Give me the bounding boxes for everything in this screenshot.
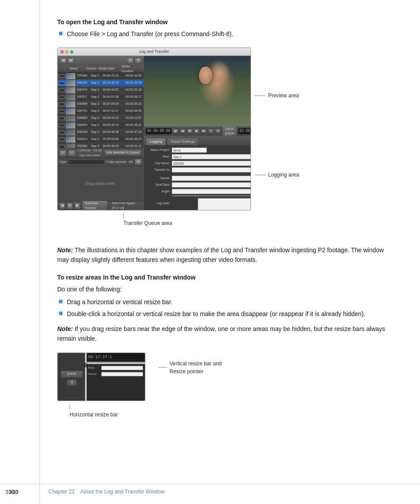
drag-media-label: Drag media here.	[85, 181, 116, 187]
logging-fields-area: Name Project: None Reel: Day 2	[144, 146, 251, 210]
clipname-input[interactable]: 000258	[172, 161, 251, 166]
thumbnail	[66, 80, 75, 86]
duration-header: Media Duration	[120, 64, 143, 74]
thumbnail	[66, 136, 75, 143]
resize-screenshot-container: Queue ⏸ 00:17:37:1 Reel	[57, 353, 394, 401]
start-header: Media Start	[97, 66, 120, 71]
shot-input[interactable]	[172, 182, 251, 188]
queue-next-button[interactable]: ▶	[74, 203, 80, 209]
start-timecode: 00:00:00:00	[146, 128, 172, 134]
thumbnail	[66, 94, 75, 100]
note-1: Note: The illustrations in this chapter …	[57, 245, 394, 265]
lognote-input[interactable]	[172, 195, 251, 196]
reel-field-row: Reel: Day 2 ▼	[146, 154, 251, 159]
resize-cursor-icon: ⊕	[83, 361, 88, 370]
list-item[interactable]: 000474 Day 2 00:03:43:07 00:00:31:24	[58, 87, 144, 94]
list-item[interactable]: 000314 Day 2 00:05:53:04 00:00:39:27	[58, 136, 144, 143]
nav-prev-button[interactable]: ◀	[59, 58, 66, 64]
thumbnail	[66, 129, 75, 136]
resize-section: To resize areas in the Log and Transfer …	[57, 273, 394, 344]
stop-button[interactable]: ■	[187, 129, 193, 134]
preview-area	[144, 56, 251, 126]
add-selection-queue-button[interactable]: Add Selection to Queue	[104, 150, 142, 156]
name-header: Name	[68, 66, 85, 71]
reel-field-input[interactable]	[101, 366, 143, 370]
angle-input[interactable]	[172, 189, 251, 194]
clipname-value: 000258	[173, 162, 184, 166]
reel-field-label: Reel:	[88, 366, 101, 371]
list-item[interactable]: 000294 Day 2 00:04:26:15 00:00:31:28	[58, 80, 144, 87]
preview-controls: 00:00:00:00 ⏮ ◀ ■ ▶ ⏭ I O	[144, 126, 251, 136]
bullet-icon-2	[59, 300, 63, 303]
clipname-field-row: Clip Name: 000258 ⚙	[146, 161, 251, 166]
horizontal-resize-label: Horizontal resize bar	[70, 412, 118, 418]
play-forward-button[interactable]: ▶	[194, 129, 200, 134]
queue-label: Queue	[67, 372, 76, 376]
mark-out-button[interactable]: O	[215, 129, 221, 134]
list-item[interactable]: 000805 Day 2 00:05:23:22 00:00:12:27	[58, 115, 144, 122]
resize-bullet-1: Drag a horizontal or vertical resize bar…	[57, 298, 394, 307]
thumbnail	[66, 101, 75, 107]
resize-timecode: 00:17:37:1	[86, 353, 145, 362]
scene-field-row: Scene: ⚙	[146, 176, 251, 181]
vertical-resize-annotation: Vertical resize bar and Resize pointer	[158, 360, 222, 375]
queue-prev-button[interactable]: ◀	[59, 203, 65, 209]
fast-forward-button[interactable]: ⏭	[201, 129, 207, 134]
open-window-section: To open the Log and Transfer window Choo…	[57, 18, 394, 39]
window-screenshot-row: Log and Transfer ◀ ▶ ☰ ⚙	[57, 48, 394, 210]
action-button[interactable]: ⚙	[135, 58, 142, 64]
left-panel: ◀ ▶ ☰ ⚙ Name Volume Medi	[58, 56, 144, 210]
list-item[interactable]: 000904 Day 2 00:05:34:19 00:00:39:21	[58, 122, 144, 129]
free-space-label: Total Free Space: 370.0 GB	[111, 201, 142, 210]
choose-file-text: Choose File	[67, 30, 100, 37]
preview-annotation: Preview area	[254, 92, 299, 99]
mark-in-button[interactable]: I	[208, 129, 214, 134]
list-item[interactable]: 002080 Day 2 00:06:09:03 00:00:21:11	[58, 143, 144, 148]
name-field-input[interactable]	[101, 372, 143, 376]
view-toggle-button[interactable]: ☰	[127, 58, 134, 64]
automatic-transfer-button[interactable]: Automatic Transfer	[82, 200, 108, 210]
thumbnail	[66, 73, 75, 79]
reel-input[interactable]: Day 2	[172, 154, 251, 159]
tab-logging[interactable]: Logging	[146, 138, 166, 145]
vertical-resize-bar[interactable]	[85, 353, 87, 401]
bullet-icon	[59, 32, 63, 35]
list-item[interactable]: 000527 Day 2 00:04:57:06 00:00:08:17	[58, 94, 144, 101]
resize-pointer-label: Resize pointer	[169, 368, 222, 375]
project-input[interactable]: None	[172, 147, 207, 153]
thumbnail	[66, 122, 75, 129]
resize-window-mockup: Queue ⏸ 00:17:37:1 Reel	[57, 353, 145, 401]
scene-input[interactable]	[172, 176, 251, 181]
close-button	[60, 50, 64, 54]
queue-pause-button[interactable]: ⏸	[67, 203, 73, 209]
list-item[interactable]: 000999 Day 2 00:07:09:25 00:00:06:22	[58, 101, 144, 108]
play-back-button[interactable]: ◀	[180, 129, 186, 134]
end-timecode: 02:00:11:04	[238, 128, 251, 134]
list-item[interactable]: 000791 Day 2 00:07:12:17 00:00:09:05	[58, 108, 144, 115]
footer-chapter-label: Chapter 22	[48, 489, 74, 495]
open-window-bullet-text: Choose File > Log and Transfer (or press…	[67, 29, 233, 39]
footer-chapter-info: Chapter 22 About the Log and Transfer Wi…	[48, 488, 165, 496]
page-footer: 330 Chapter 22 About the Log and Transfe…	[0, 484, 420, 497]
pause-button-resize[interactable]: ⏸	[67, 379, 77, 386]
tab-import-settings[interactable]: Import Settings	[167, 138, 199, 145]
list-item[interactable]: 000244 Day 2 00:05:43:38 00:00:37:24	[58, 129, 144, 136]
name-field: Name:	[88, 372, 143, 377]
status-label: 1 interval · For all clips discussed	[77, 148, 102, 158]
project-field-row: Name Project: None	[146, 147, 251, 153]
add-button[interactable]: +	[59, 150, 66, 156]
lognote-area[interactable]	[198, 198, 251, 210]
main-content: To open the Log and Transfer window Choo…	[40, 0, 420, 504]
footer-chapter-link[interactable]: About the Log and Transfer Window	[80, 489, 164, 495]
angle-label: Angle:	[146, 189, 170, 194]
remove-button[interactable]: −	[68, 150, 75, 156]
project-value: None	[173, 148, 181, 153]
queue-label-button[interactable]: Queue	[61, 371, 83, 378]
transfer-to-input[interactable]	[172, 167, 251, 173]
rewind-button[interactable]: ⏮	[173, 129, 179, 134]
name-field-label: Name:	[88, 372, 101, 377]
open-window-bullet: Choose File > Log and Transfer (or press…	[57, 29, 394, 39]
nav-next-button[interactable]: ▶	[67, 58, 74, 64]
list-item[interactable]: 075280 Day 1 00:00:23:23 00:00:33:00	[58, 73, 144, 80]
clips-action-button[interactable]: ⚙	[135, 159, 142, 165]
